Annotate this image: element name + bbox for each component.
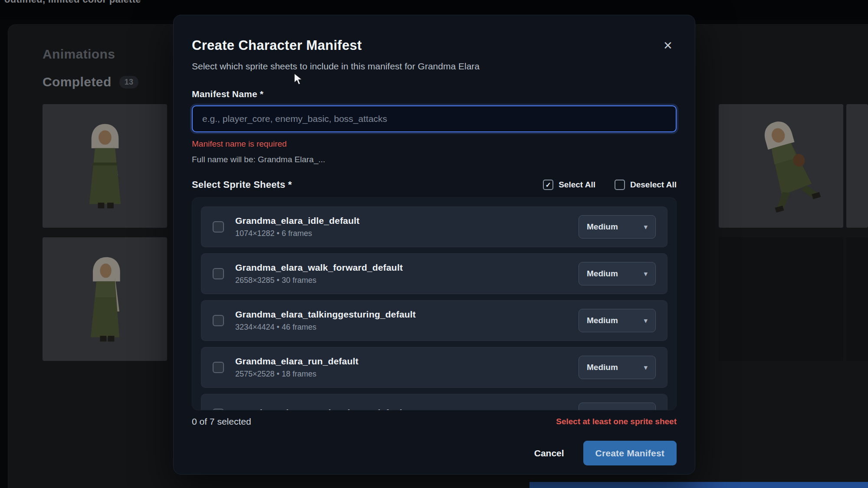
manifest-name-helper: Full name will be: Grandma Elara_... bbox=[192, 155, 677, 164]
size-dropdown-value: Medium bbox=[587, 363, 618, 372]
cancel-button[interactable]: Cancel bbox=[534, 448, 564, 459]
sheet-checkbox[interactable] bbox=[213, 362, 224, 373]
deselect-all-button[interactable]: Deselect All bbox=[615, 180, 677, 190]
sheet-name: Grandma_elara_run_default bbox=[235, 356, 358, 367]
manifest-name-error: Manifest name is required bbox=[192, 139, 677, 149]
sheet-meta: 3234×4424 • 46 frames bbox=[235, 323, 416, 332]
sheet-meta: 2658×3285 • 30 frames bbox=[235, 276, 403, 285]
sheet-checkbox[interactable] bbox=[213, 409, 224, 410]
sheet-name: Grandma_elara_idle_default bbox=[235, 216, 360, 226]
chevron-down-icon: ▾ bbox=[644, 316, 648, 325]
sheet-checkbox[interactable] bbox=[213, 221, 224, 233]
sheet-checkbox[interactable] bbox=[213, 268, 224, 279]
size-dropdown[interactable]: Medium ▾ bbox=[579, 309, 656, 332]
size-dropdown[interactable]: Medium ▾ bbox=[579, 215, 656, 239]
manifest-name-input[interactable] bbox=[192, 105, 677, 132]
sprite-sheet-row[interactable]: Grandma_elara_run_default 2575×2528 • 18… bbox=[201, 347, 667, 388]
dialog-title: Create Character Manifest bbox=[192, 38, 677, 53]
sprite-sheet-row[interactable]: Grandma_elara_walk_forward_default 2658×… bbox=[201, 253, 667, 294]
size-dropdown-value: Medium bbox=[587, 269, 618, 278]
sheet-meta: 1074×1282 • 6 frames bbox=[235, 229, 360, 238]
sprite-sheet-row[interactable]: Grandma_elara_idle_default 1074×1282 • 6… bbox=[201, 206, 667, 247]
chevron-down-icon: ▾ bbox=[644, 363, 648, 372]
chevron-down-icon: ▾ bbox=[644, 410, 648, 411]
size-dropdown[interactable]: Medium ▾ bbox=[579, 262, 656, 285]
create-manifest-dialog: ✕ Create Character Manifest Select which… bbox=[173, 15, 695, 475]
chevron-down-icon: ▾ bbox=[644, 223, 648, 232]
sheet-meta: 2575×2528 • 18 frames bbox=[235, 370, 358, 379]
sheet-checkbox[interactable] bbox=[213, 315, 224, 326]
size-dropdown[interactable]: Medium ▾ bbox=[579, 356, 656, 379]
deselect-all-checkbox-icon bbox=[615, 180, 625, 190]
size-dropdown-value: Medium bbox=[587, 222, 618, 232]
sprite-sheets-label: Select Sprite Sheets * bbox=[192, 179, 292, 190]
select-all-label: Select All bbox=[559, 180, 595, 190]
sprite-sheet-row[interactable]: Grandma_elara_running_jump_default Mediu… bbox=[201, 394, 667, 410]
create-manifest-button[interactable]: Create Manifest bbox=[583, 441, 677, 465]
sprite-sheet-row[interactable]: Grandma_elara_talkinggesturing_default 3… bbox=[201, 300, 667, 341]
sheet-name: Grandma_elara_talkinggesturing_default bbox=[235, 309, 416, 320]
close-icon[interactable]: ✕ bbox=[660, 38, 676, 53]
manifest-name-label: Manifest Name * bbox=[192, 89, 677, 99]
size-dropdown[interactable]: Medium ▾ bbox=[579, 403, 656, 410]
deselect-all-label: Deselect All bbox=[630, 180, 677, 190]
dialog-subtitle: Select which sprite sheets to include in… bbox=[192, 61, 677, 72]
sheet-name: Grandma_elara_running_jump_default bbox=[235, 408, 405, 411]
select-all-button[interactable]: ✓ Select All bbox=[543, 180, 595, 190]
size-dropdown-value: Medium bbox=[587, 409, 618, 410]
selected-count: 0 of 7 selected bbox=[192, 416, 251, 427]
chevron-down-icon: ▾ bbox=[644, 269, 648, 278]
sprite-sheet-list[interactable]: Grandma_elara_idle_default 1074×1282 • 6… bbox=[192, 197, 677, 410]
validation-message: Select at least one sprite sheet bbox=[556, 417, 677, 426]
size-dropdown-value: Medium bbox=[587, 316, 618, 325]
sheet-name: Grandma_elara_walk_forward_default bbox=[235, 262, 403, 273]
select-all-checkbox-icon: ✓ bbox=[543, 180, 553, 190]
